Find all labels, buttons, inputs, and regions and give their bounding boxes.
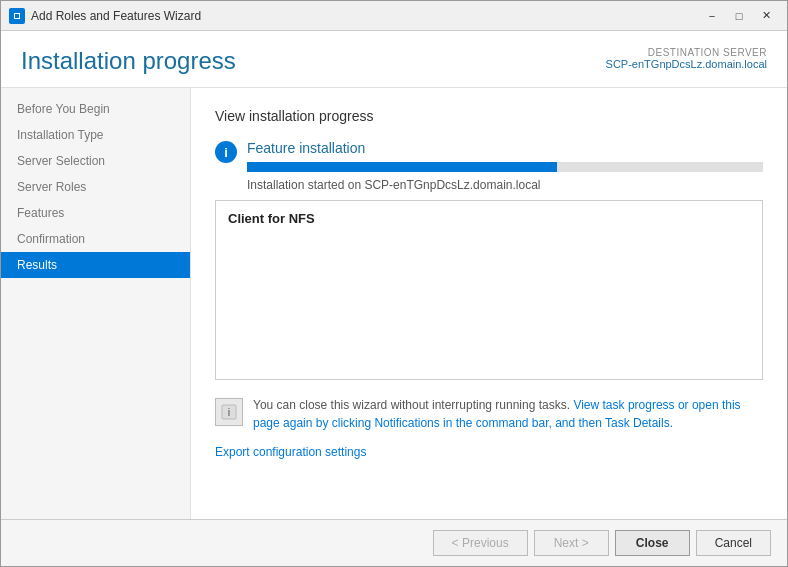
sidebar: Before You Begin Installation Type Serve… [1,88,191,519]
header: Installation progress DESTINATION SERVER… [1,31,787,88]
sidebar-item-confirmation: Confirmation [1,226,190,252]
notice-text-before: You can close this wizard without interr… [253,398,573,412]
cancel-button[interactable]: Cancel [696,530,771,556]
window-controls: − □ ✕ [699,6,779,26]
sidebar-item-features: Features [1,200,190,226]
section-title: View installation progress [215,108,763,124]
main-content: View installation progress i Feature ins… [191,88,787,519]
destination-server-info: DESTINATION SERVER SCP-enTGnpDcsLz.domai… [606,47,767,70]
status-details: Feature installation Installation starte… [247,140,763,192]
wizard-window: Add Roles and Features Wizard − □ ✕ Inst… [0,0,788,567]
progress-bar-container [247,162,763,172]
next-button[interactable]: Next > [534,530,609,556]
footer: < Previous Next > Close Cancel [1,519,787,566]
info-notice: i You can close this wizard without inte… [215,396,763,432]
results-box: Client for NFS [215,200,763,380]
feature-label: Feature installation [247,140,763,156]
svg-text:i: i [228,406,230,418]
content-area: Before You Begin Installation Type Serve… [1,88,787,519]
previous-button[interactable]: < Previous [433,530,528,556]
notice-icon: i [215,398,243,426]
sidebar-item-results[interactable]: Results [1,252,190,278]
app-icon [9,8,25,24]
close-button[interactable]: Close [615,530,690,556]
page-title: Installation progress [21,47,236,75]
destination-label: DESTINATION SERVER [606,47,767,58]
progress-bar-fill [247,162,557,172]
sidebar-item-server-selection: Server Selection [1,148,190,174]
maximize-button[interactable]: □ [726,6,752,26]
notice-text: You can close this wizard without interr… [253,396,763,432]
window-close-button[interactable]: ✕ [753,6,779,26]
results-item: Client for NFS [228,211,750,226]
export-configuration-link[interactable]: Export configuration settings [215,445,366,459]
installation-note: Installation started on SCP-enTGnpDcsLz.… [247,178,763,192]
minimize-button[interactable]: − [699,6,725,26]
destination-name: SCP-enTGnpDcsLz.domain.local [606,58,767,70]
svg-rect-2 [15,14,19,18]
sidebar-item-server-roles: Server Roles [1,174,190,200]
sidebar-item-before-you-begin: Before You Begin [1,96,190,122]
info-icon: i [215,141,237,163]
installation-status: i Feature installation Installation star… [215,140,763,192]
sidebar-item-installation-type: Installation Type [1,122,190,148]
window-title: Add Roles and Features Wizard [31,9,699,23]
title-bar: Add Roles and Features Wizard − □ ✕ [1,1,787,31]
